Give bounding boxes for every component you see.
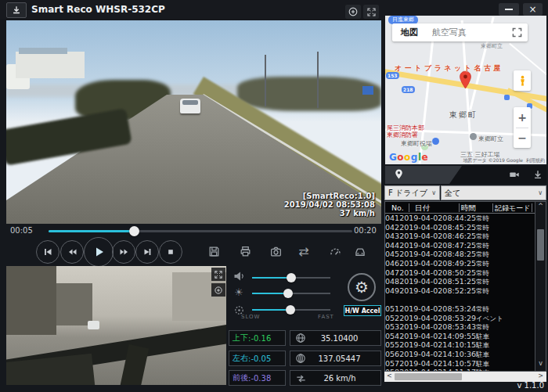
fullscreen-icon bbox=[512, 27, 522, 38]
front-camera-view[interactable]: [SmartReco:1.0] 2019/04/02 08:53:08 37 k… bbox=[6, 20, 381, 224]
scroll-left-arrow[interactable]: < bbox=[387, 372, 392, 379]
fast-forward-button[interactable] bbox=[112, 240, 135, 264]
download-file-button[interactable] bbox=[532, 169, 543, 180]
zoom-in-button[interactable]: + bbox=[514, 107, 531, 128]
volume-thumb[interactable] bbox=[287, 273, 296, 282]
file-row[interactable]: 0512019-04-0208:53:24常時 bbox=[385, 304, 534, 314]
file-cell: 08:53:24 bbox=[442, 304, 476, 313]
close-button[interactable]: × bbox=[523, 3, 543, 16]
save-button[interactable] bbox=[206, 243, 222, 259]
file-row[interactable]: 0542019-04-0214:09:55駐車 bbox=[385, 332, 534, 341]
playback-speed-thumb[interactable] bbox=[286, 305, 295, 315]
location-pin-button[interactable] bbox=[393, 168, 405, 181]
file-row[interactable]: 0442019-04-0208:47:25常時 bbox=[385, 241, 534, 250]
download-icon bbox=[532, 169, 543, 180]
map-terms-link[interactable]: 利用規約 bbox=[526, 157, 545, 164]
skip-start-button[interactable] bbox=[36, 240, 59, 264]
rear-camera-view[interactable] bbox=[6, 266, 226, 385]
drive-select[interactable]: F ドライブ ∨ bbox=[384, 185, 440, 200]
vertical-scrollbar[interactable]: ^ v bbox=[535, 202, 546, 371]
file-cell: 2019-04-02 bbox=[399, 241, 442, 250]
zoom-plus-icon bbox=[214, 286, 223, 295]
export-button[interactable] bbox=[6, 2, 27, 18]
poi-marker bbox=[470, 133, 477, 140]
print-button[interactable] bbox=[237, 243, 253, 259]
satellite-tab[interactable]: 航空写真 bbox=[432, 27, 467, 38]
file-cell: 2019-04-02 bbox=[399, 314, 442, 322]
play-button[interactable] bbox=[84, 237, 114, 267]
column-header-mode[interactable]: 記録モード bbox=[495, 203, 530, 214]
settings-button[interactable]: ⚙ bbox=[348, 273, 376, 301]
volume-slider[interactable] bbox=[252, 277, 330, 279]
file-list-body: 0412019-04-0208:44:25常時0422019-04-0208:4… bbox=[385, 214, 534, 372]
file-cell: 043 bbox=[385, 232, 399, 240]
brightness-slider[interactable] bbox=[252, 293, 330, 294]
timeline-thumb[interactable] bbox=[129, 226, 139, 236]
swap-view-button[interactable]: ⇄ bbox=[296, 243, 312, 259]
file-cell: 042 bbox=[385, 223, 399, 232]
dashboard-button[interactable] bbox=[327, 243, 343, 259]
file-row[interactable]: 0552019-04-0214:10:15駐車 bbox=[385, 340, 534, 350]
video-expand-button[interactable] bbox=[363, 5, 379, 19]
file-cell: 駐車 bbox=[476, 360, 489, 368]
poi-marker bbox=[432, 138, 439, 145]
route-marker bbox=[504, 95, 510, 100]
subvideo-zoom-button[interactable] bbox=[211, 283, 225, 297]
file-cell: 2019-04-02 bbox=[399, 322, 442, 331]
column-header-no[interactable]: No. bbox=[391, 203, 404, 212]
file-cell: 駐車 bbox=[476, 351, 489, 358]
minimize-button[interactable] bbox=[499, 3, 519, 16]
brightness-thumb[interactable] bbox=[283, 289, 293, 298]
video-zoom-button[interactable] bbox=[345, 5, 361, 19]
column-header-date[interactable]: 日付 bbox=[415, 203, 430, 214]
file-row[interactable]: 0522019-04-0208:53:29イベント bbox=[385, 314, 534, 323]
hw-accel-button[interactable]: H/W Accel bbox=[344, 305, 381, 316]
pegman-icon bbox=[517, 74, 528, 88]
subvideo-expand-button[interactable] bbox=[211, 268, 225, 281]
filter-select[interactable]: 全て ∨ bbox=[441, 185, 546, 200]
file-cell: 08:49:25 bbox=[442, 259, 476, 268]
map-label-togo-town: 東郷町 bbox=[449, 110, 478, 120]
file-cell: 047 bbox=[385, 268, 399, 277]
file-row[interactable]: 0562019-04-0214:10:36駐車 bbox=[385, 350, 534, 359]
file-row[interactable]: 0532019-04-0208:53:43常時 bbox=[385, 322, 534, 332]
latitude-globe-icon bbox=[295, 333, 306, 343]
playback-speed-slider[interactable] bbox=[252, 309, 330, 311]
file-cell: 常時 bbox=[476, 260, 489, 268]
file-row[interactable]: 0432019-04-0208:46:25常時 bbox=[385, 232, 534, 241]
file-row[interactable]: 0482019-04-0208:51:25常時 bbox=[385, 277, 534, 286]
stop-button[interactable] bbox=[159, 240, 182, 264]
map-zoom-control: + − bbox=[514, 107, 531, 148]
column-header-time[interactable]: 時間 bbox=[461, 203, 476, 214]
skip-end-button[interactable] bbox=[135, 240, 159, 264]
file-row[interactable]: 0452019-04-0208:48:25常時 bbox=[385, 250, 534, 259]
scene-trees-right bbox=[237, 77, 381, 111]
scroll-down-arrow[interactable]: v bbox=[535, 360, 546, 367]
file-row[interactable]: 0462019-04-0208:49:25常時 bbox=[385, 259, 534, 268]
file-cell: 常時 bbox=[476, 242, 489, 250]
file-row[interactable]: 0492019-04-0208:52:25常時 bbox=[385, 286, 534, 296]
file-row[interactable]: 0472019-04-0208:50:25常時 bbox=[385, 268, 534, 278]
rewind-button[interactable] bbox=[60, 240, 84, 264]
scrollbar-thumb[interactable] bbox=[537, 229, 544, 261]
map-fullscreen-button[interactable] bbox=[512, 27, 522, 38]
file-row[interactable]: 0412019-04-0208:44:25常時 bbox=[385, 214, 534, 223]
camcorder-button[interactable] bbox=[507, 169, 521, 180]
zoom-out-button[interactable]: − bbox=[514, 128, 531, 149]
file-row[interactable]: 0572019-04-0214:10:57駐車 bbox=[385, 359, 534, 369]
file-cell: 2019-04-02 bbox=[399, 304, 442, 313]
latitude-value: 35.10400 bbox=[311, 334, 380, 343]
timeline-track[interactable] bbox=[49, 230, 352, 232]
vehicle-info-button[interactable] bbox=[352, 243, 368, 259]
map-tab[interactable]: 地図 bbox=[401, 27, 418, 38]
overlay-firmware: [SmartReco:1.0] bbox=[284, 192, 375, 200]
file-cell: 14:10:36 bbox=[442, 350, 476, 358]
file-row[interactable]: 0422019-04-0208:45:25常時 bbox=[385, 223, 534, 232]
scroll-up-arrow[interactable]: ^ bbox=[535, 203, 546, 210]
snapshot-button[interactable] bbox=[268, 243, 283, 259]
stop-icon bbox=[164, 246, 177, 258]
map-panel[interactable]: 日進東郷 東郷町立 153 218 オートプラネット名古屋 東郷町 尾三消防本部… bbox=[385, 16, 546, 164]
pegman-button[interactable] bbox=[514, 70, 531, 91]
scrollbar-thumb[interactable] bbox=[395, 373, 462, 380]
scroll-right-arrow[interactable]: > bbox=[538, 372, 543, 379]
